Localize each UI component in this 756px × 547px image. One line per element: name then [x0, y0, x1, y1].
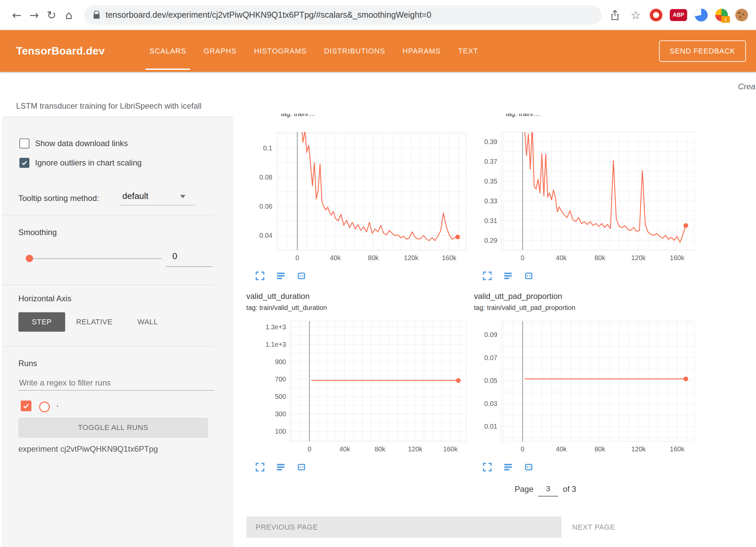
smoothing-slider-thumb[interactable]: [26, 255, 33, 262]
show-download-links-checkbox[interactable]: [19, 138, 29, 148]
runs-filter-input[interactable]: [18, 375, 214, 391]
next-page-button[interactable]: NEXT PAGE: [572, 517, 615, 538]
svg-text:40k: 40k: [330, 254, 341, 261]
valid-utt-pad-proportion-chart[interactable]: 0.010.030.050.070.09040k80k120k160k: [475, 320, 697, 458]
fit-domain-icon[interactable]: [524, 462, 534, 472]
svg-text:160k: 160k: [670, 254, 684, 261]
toggle-y-axis-icon[interactable]: [276, 271, 286, 281]
tab-text[interactable]: TEXT: [450, 30, 487, 72]
share-icon[interactable]: [608, 6, 622, 24]
address-bar[interactable]: tensorboard.dev/experiment/cj2vtPiwQHKN9…: [84, 5, 602, 25]
home-icon[interactable]: ⌂: [60, 6, 78, 24]
toggle-all-runs-button[interactable]: TOGGLE ALL RUNS: [18, 418, 208, 438]
top-left-chart-toolbar: [255, 271, 306, 281]
top-right-chart-tag-clipped: tag: train/…: [506, 114, 626, 118]
top-left-chart[interactable]: 0.040.060.080.1040k80k120k160k: [250, 131, 468, 266]
previous-page-button[interactable]: PREVIOUS PAGE: [246, 517, 561, 538]
adblocker-extension-icon[interactable]: [650, 9, 662, 21]
toggle-y-axis-icon[interactable]: [276, 462, 286, 472]
page-number-input[interactable]: [538, 484, 558, 497]
svg-text:900: 900: [275, 358, 286, 365]
bookmark-star-icon[interactable]: ☆: [629, 6, 642, 24]
send-feedback-button[interactable]: SEND FEEDBACK: [659, 40, 746, 62]
tooltip-sorting-select[interactable]: default: [122, 191, 148, 201]
refresh-icon[interactable]: ↻: [43, 6, 60, 24]
svg-text:0.39: 0.39: [484, 138, 497, 145]
valid-utt-pad-proportion-toolbar: [482, 462, 534, 472]
svg-text:0.08: 0.08: [259, 174, 272, 181]
axis-wall-button[interactable]: WALL: [130, 312, 165, 332]
pagination: Page of 3: [515, 484, 628, 497]
experiment-description: LSTM transducer training for LibriSpeech…: [16, 101, 202, 111]
ignore-outliers-label: Ignore outliers in chart scaling: [35, 158, 142, 168]
svg-text:0: 0: [521, 254, 524, 261]
run-name: .: [56, 398, 59, 409]
profile-avatar-icon[interactable]: 1: [715, 9, 728, 21]
svg-text:40k: 40k: [556, 445, 567, 453]
svg-text:100: 100: [275, 428, 286, 435]
abp-extension-icon[interactable]: ABP: [670, 9, 687, 21]
svg-text:120k: 120k: [631, 254, 646, 261]
smoothing-slider[interactable]: [28, 258, 162, 259]
valid-utt-duration-toolbar: [255, 462, 306, 472]
tab-histograms[interactable]: HISTOGRAMS: [245, 30, 316, 72]
chart-svg[interactable]: 0.010.030.050.070.09040k80k120k160k: [475, 320, 697, 456]
svg-text:160k: 160k: [442, 254, 457, 261]
svg-text:0.33: 0.33: [484, 197, 497, 205]
tab-hparams[interactable]: HPARAMS: [394, 30, 449, 72]
svg-text:120k: 120k: [408, 445, 422, 453]
smoothing-label: Smoothing: [18, 228, 57, 237]
browser-right-icons: ☆ ABP 1: [608, 6, 748, 24]
svg-text:40k: 40k: [556, 254, 567, 261]
svg-text:0.06: 0.06: [259, 203, 272, 210]
runs-section-label: Runs: [18, 359, 37, 368]
fit-domain-icon[interactable]: [524, 271, 534, 281]
chart-svg[interactable]: 0.040.060.080.1040k80k120k160k: [250, 131, 468, 265]
run-checkbox[interactable]: [21, 401, 31, 411]
nav-tabs: SCALARS GRAPHS HISTOGRAMS DISTRIBUTIONS …: [141, 30, 487, 72]
chart-tag: tag: train/valid_utt_pad_proportion: [474, 304, 576, 312]
svg-text:0: 0: [307, 445, 311, 453]
tab-graphs[interactable]: GRAPHS: [195, 30, 245, 72]
svg-text:300: 300: [275, 410, 286, 418]
run-color-swatch-icon[interactable]: [39, 402, 50, 412]
pie-extension-icon[interactable]: [695, 8, 708, 22]
svg-text:80k: 80k: [368, 254, 379, 261]
chart-svg[interactable]: 0.290.310.330.350.370.39040k80k120k160k: [475, 131, 697, 265]
svg-text:160k: 160k: [670, 445, 684, 453]
tab-scalars[interactable]: SCALARS: [141, 30, 195, 72]
svg-text:1.1e+3: 1.1e+3: [265, 341, 286, 348]
horizontal-axis-label: Horizontal Axis: [18, 294, 72, 303]
experiment-id-label: experiment cj2vtPiwQHKN9Q1tx6PTpg: [18, 444, 158, 454]
expand-chart-icon[interactable]: [255, 462, 265, 472]
svg-text:0.03: 0.03: [484, 400, 497, 407]
forward-icon[interactable]: →: [25, 6, 43, 24]
toggle-y-axis-icon[interactable]: [503, 462, 513, 472]
lock-icon: [93, 11, 100, 19]
svg-text:0.04: 0.04: [259, 232, 272, 239]
expand-chart-icon[interactable]: [482, 462, 492, 472]
valid-utt-duration-chart[interactable]: 1003005007009001.1e+31.3e+3040k80k120k16…: [263, 320, 468, 458]
cookie-extension-icon[interactable]: [735, 9, 748, 21]
fit-domain-icon[interactable]: [296, 462, 306, 472]
axis-relative-button[interactable]: RELATIVE: [69, 312, 120, 332]
ignore-outliers-checkbox[interactable]: [19, 158, 29, 168]
expand-chart-icon[interactable]: [255, 271, 265, 281]
svg-text:500: 500: [275, 393, 286, 400]
smoothing-value[interactable]: 0: [168, 251, 181, 261]
svg-text:0.31: 0.31: [484, 217, 497, 224]
chevron-down-icon[interactable]: [180, 195, 185, 198]
page-of-label: of 3: [563, 484, 576, 497]
chart-svg[interactable]: 1003005007009001.1e+31.3e+3040k80k120k16…: [263, 320, 468, 456]
expand-chart-icon[interactable]: [482, 271, 492, 281]
fit-domain-icon[interactable]: [296, 271, 306, 281]
valid-utt-pad-proportion-header: valid_utt_pad_proportion tag: train/vali…: [474, 292, 576, 312]
toggle-y-axis-icon[interactable]: [503, 271, 513, 281]
app-logo[interactable]: TensorBoard.dev: [16, 45, 105, 57]
back-icon[interactable]: ←: [8, 6, 25, 24]
tab-distributions[interactable]: DISTRIBUTIONS: [315, 30, 394, 72]
svg-text:0.37: 0.37: [484, 158, 497, 165]
top-right-chart[interactable]: 0.290.310.330.350.370.39040k80k120k160k: [475, 131, 697, 266]
show-download-links-label: Show data download links: [35, 139, 128, 148]
axis-step-button[interactable]: STEP: [18, 312, 65, 332]
